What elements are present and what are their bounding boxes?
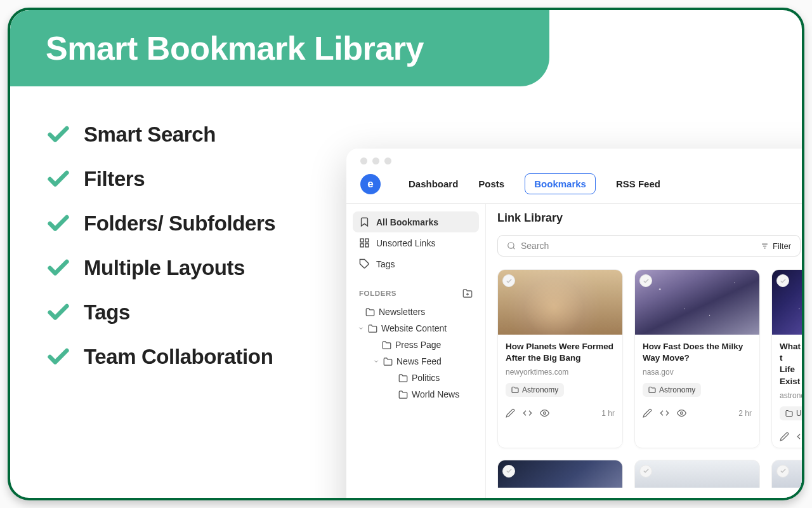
card-tag[interactable]: Astronomy <box>643 383 701 397</box>
card-domain: astronom <box>780 391 804 400</box>
card-select-checkbox[interactable] <box>639 465 652 478</box>
feature-item: Smart Search <box>46 122 802 147</box>
folder-press-page[interactable]: Press Page <box>355 337 479 353</box>
check-icon <box>780 467 787 474</box>
card-tag-label: Unive <box>796 409 804 418</box>
search-input[interactable]: Search Filter <box>497 235 801 257</box>
card-select-checkbox[interactable] <box>776 274 789 287</box>
folder-icon <box>383 357 393 366</box>
check-icon <box>46 122 71 147</box>
card-actions <box>643 408 686 418</box>
edit-icon[interactable] <box>643 408 652 418</box>
folder-news-feed[interactable]: News Feed <box>355 353 479 370</box>
sidebar-all-bookmarks[interactable]: All Bookmarks <box>353 211 479 232</box>
filter-label: Filter <box>773 241 791 251</box>
feature-label: Smart Search <box>84 123 216 147</box>
window-controls <box>346 149 804 168</box>
card-footer: 2 hr <box>635 402 759 424</box>
sidebar-unsorted[interactable]: Unsorted Links <box>353 232 479 253</box>
chevron-down-icon[interactable] <box>373 358 379 364</box>
folder-world-news[interactable]: World News <box>355 386 479 403</box>
filter-button[interactable]: Filter <box>761 241 791 251</box>
card-time: 1 hr <box>601 409 615 418</box>
check-icon <box>506 277 513 284</box>
app-logo[interactable]: e <box>360 174 381 194</box>
folder-politics[interactable]: Politics <box>355 370 479 386</box>
folder-icon <box>368 324 377 333</box>
bookmark-card-stub[interactable] <box>497 460 623 488</box>
bookmark-icon <box>359 217 370 227</box>
main-panel: Link Library Search Filter <box>486 204 804 500</box>
feature-label: Folders/ Subfolders <box>84 211 275 236</box>
nav-posts[interactable]: Posts <box>478 178 504 189</box>
bookmark-card-stub[interactable] <box>771 460 804 488</box>
nav-rss[interactable]: RSS Feed <box>616 178 660 189</box>
sidebar: All Bookmarks Unsorted Links Tags FOLDER… <box>346 204 486 500</box>
card-footer: 1 hr <box>498 402 622 424</box>
bookmark-card[interactable]: How Fast Does the Milky Way Move? nasa.g… <box>634 269 760 448</box>
svg-point-20 <box>544 412 546 415</box>
card-tag[interactable]: Unive <box>780 406 804 420</box>
feature-label: Team Collaboration <box>84 345 273 369</box>
folder-label: Politics <box>412 373 440 383</box>
check-icon <box>46 300 71 325</box>
bookmark-cards-row: How Planets Were Formed After the Big Ba… <box>497 269 804 448</box>
edit-icon[interactable] <box>780 432 789 441</box>
check-icon <box>46 211 71 236</box>
code-icon[interactable] <box>660 408 669 418</box>
card-thumbnail <box>772 270 804 335</box>
folder-website-content[interactable]: Website Content <box>355 320 479 337</box>
nav-dashboard[interactable]: Dashboard <box>409 178 458 189</box>
card-select-checkbox[interactable] <box>502 465 515 478</box>
folder-tree: Newsletters Website Content Press Page <box>353 304 479 403</box>
grid-icon <box>359 237 370 248</box>
bookmark-card-partial[interactable]: What is t Life Exist astronom Unive <box>771 269 804 448</box>
check-icon <box>780 277 787 284</box>
card-tag-label: Astronomy <box>522 385 558 394</box>
folder-label: World News <box>412 389 459 399</box>
sidebar-label: Unsorted Links <box>376 238 435 248</box>
traffic-dot[interactable] <box>384 157 391 164</box>
sidebar-label: All Bookmarks <box>376 217 438 227</box>
folder-icon <box>365 307 375 317</box>
folder-icon <box>785 410 793 417</box>
add-folder-icon[interactable] <box>462 288 473 298</box>
card-select-checkbox[interactable] <box>776 465 789 478</box>
folder-newsletters[interactable]: Newsletters <box>355 304 479 320</box>
svg-rect-2 <box>360 244 363 247</box>
eye-icon[interactable] <box>540 408 549 418</box>
sidebar-section-folders: FOLDERS <box>353 288 479 304</box>
folder-icon <box>648 386 656 394</box>
nav-bookmarks[interactable]: Bookmarks <box>525 173 596 194</box>
check-icon <box>46 166 71 192</box>
search-placeholder: Search <box>521 241 549 251</box>
eye-icon[interactable] <box>677 408 686 418</box>
card-actions <box>780 432 804 441</box>
traffic-dot[interactable] <box>360 157 367 164</box>
folder-icon <box>398 373 408 383</box>
folder-icon <box>382 340 391 350</box>
card-domain: newyorktimes.com <box>506 368 615 377</box>
edit-icon[interactable] <box>506 408 515 418</box>
card-select-checkbox[interactable] <box>639 274 652 287</box>
card-tag[interactable]: Astronomy <box>506 383 564 397</box>
tag-icon <box>359 258 370 269</box>
sidebar-tags[interactable]: Tags <box>353 253 479 274</box>
code-icon[interactable] <box>523 408 532 418</box>
card-time: 2 hr <box>738 409 752 418</box>
bookmark-card-stub[interactable] <box>634 460 760 488</box>
card-footer <box>772 425 804 448</box>
svg-line-8 <box>513 248 515 250</box>
search-filter-row: Search Filter <box>497 234 804 258</box>
traffic-dot[interactable] <box>372 157 379 164</box>
chevron-down-icon[interactable] <box>358 325 364 331</box>
card-body: How Fast Does the Milky Way Move? nasa.g… <box>635 335 759 402</box>
card-thumbnail <box>635 270 759 335</box>
promo-frame: Smart Bookmark Library Smart Search Filt… <box>8 8 804 500</box>
app-body: All Bookmarks Unsorted Links Tags FOLDER… <box>346 203 804 500</box>
top-nav: e Dashboard Posts Bookmarks RSS Feed <box>346 168 804 203</box>
card-select-checkbox[interactable] <box>502 274 515 287</box>
bookmark-card[interactable]: How Planets Were Formed After the Big Ba… <box>497 269 623 448</box>
check-icon <box>506 467 513 474</box>
code-icon[interactable] <box>797 432 804 441</box>
